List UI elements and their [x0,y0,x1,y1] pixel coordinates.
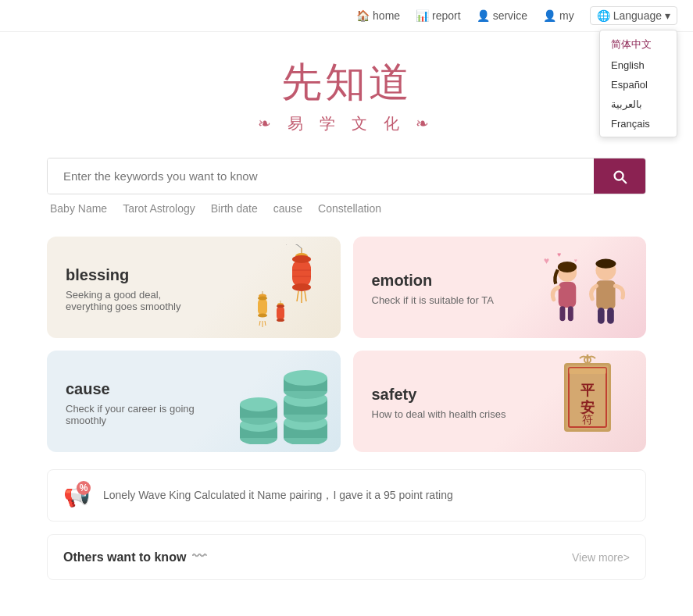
svg-rect-2 [292,259,311,287]
safety-svg: 平 安 符 [548,354,627,448]
lang-option-en[interactable]: English [600,55,677,75]
site-title: 先知道 [16,55,677,110]
lang-option-ar[interactable]: بالعربية [600,94,677,114]
svg-text:♥: ♥ [557,251,561,258]
svg-text:♥: ♥ [544,255,549,266]
card-emotion[interactable]: emotion Check if it is suitable for TA ♥… [353,237,647,338]
search-tag-baby-name[interactable]: Baby Name [50,202,107,215]
svg-text:安: 安 [580,399,595,415]
search-section: Baby Name Tarot Astrology Birth date cau… [0,142,693,223]
emotion-svg: ♥ ♥ ♥ [537,244,638,330]
card-emotion-illustration: ♥ ♥ ♥ [537,244,638,330]
language-dropdown: 简体中文 English Español بالعربية Français [599,30,677,137]
svg-point-27 [558,262,577,272]
search-tag-constellation[interactable]: Constellation [318,202,381,215]
nav-home-label: home [373,9,400,22]
blessing-svg [231,244,333,330]
globe-icon: 🌐 [597,9,610,22]
search-button[interactable] [594,158,645,194]
others-section: Others want to know 〰 View more> [47,534,646,580]
search-tag-birth-date[interactable]: Birth date [211,202,258,215]
svg-rect-28 [559,282,577,308]
card-cause-illustration [231,358,333,444]
card-safety-illustration: 平 安 符 [537,358,638,444]
svg-rect-59 [569,368,606,374]
card-safety[interactable]: safety How to deal with health crises 平 … [353,351,647,452]
svg-rect-12 [258,298,267,315]
card-cause-desc: Check if your career is going smoothly [66,403,206,426]
lang-option-zh[interactable]: 简体中文 [600,34,677,55]
language-label: Language [613,9,662,22]
home-icon: 🏠 [356,9,370,22]
card-blessing-desc: Seeking a good deal, everything goes smo… [66,289,206,312]
svg-line-17 [265,321,266,326]
svg-point-50 [240,397,277,411]
lang-option-fr[interactable]: Français [600,114,677,134]
card-safety-desc: How to deal with health crises [372,408,513,420]
card-emotion-desc: Check if it is suitable for TA [372,294,513,306]
nav-home[interactable]: 🏠 home [356,9,400,22]
svg-point-21 [277,304,284,308]
nav-bar: 🏠 home 📊 report 👤 service 👤 my 🌐 Languag… [0,0,693,32]
language-wrapper: 🌐 Language ▾ 简体中文 English Español بالعرب… [590,6,677,25]
svg-text:♥: ♥ [574,258,577,263]
nav-report[interactable]: 📊 report [416,9,461,22]
my-icon: 👤 [543,9,556,22]
svg-rect-20 [277,306,284,320]
card-cause[interactable]: cause Check if your career is going smoo… [47,351,341,452]
svg-point-32 [595,259,616,269]
search-icon [611,168,628,185]
others-title-text: Others want to know [63,550,186,564]
svg-point-22 [277,319,284,322]
lang-option-es[interactable]: Español [600,75,677,94]
svg-rect-35 [607,308,614,324]
svg-point-13 [258,297,267,301]
search-bar [47,158,646,194]
notification-badge: % [77,481,91,495]
nav-service-label: service [493,9,527,22]
search-input[interactable] [48,158,594,194]
service-icon: 👤 [477,9,490,22]
svg-rect-34 [598,308,605,324]
svg-line-9 [305,291,306,301]
svg-rect-29 [559,306,565,321]
svg-point-44 [284,370,327,386]
search-tag-cause[interactable]: cause [273,202,302,215]
cards-section: blessing Seeking a good deal, everything… [0,223,693,466]
svg-point-3 [292,255,311,263]
language-button[interactable]: 🌐 Language ▾ [590,6,677,25]
nav-my-label: my [559,9,574,22]
report-icon: 📊 [416,9,429,22]
svg-text:符: 符 [582,414,593,426]
svg-line-15 [259,321,260,326]
site-subtitle: ❧ 易 学 文 化 ❧ [16,113,677,134]
nav-report-label: report [432,9,461,22]
svg-line-7 [297,291,298,301]
search-tag-tarot[interactable]: Tarot Astrology [123,202,195,215]
nav-my[interactable]: 👤 my [543,9,574,22]
svg-point-4 [292,283,311,291]
view-more-button[interactable]: View more> [572,551,630,564]
nav-service[interactable]: 👤 service [477,9,527,22]
svg-rect-30 [568,306,573,321]
chevron-down-icon: ▾ [665,9,670,22]
svg-rect-33 [596,280,615,308]
cause-svg [231,358,333,444]
card-blessing[interactable]: blessing Seeking a good deal, everything… [47,237,341,338]
notification-text: Lonely Wave King Calculated it Name pair… [103,489,453,503]
notification-banner: 📢 % Lonely Wave King Calculated it Name … [47,469,646,522]
others-title: Others want to know 〰 [63,549,206,565]
card-blessing-illustration [231,244,333,330]
svg-point-14 [258,314,267,318]
svg-text:平: 平 [580,383,595,398]
wind-icon: 〰 [192,549,206,565]
site-header: 先知道 ❧ 易 学 文 化 ❧ [0,32,693,142]
search-tags: Baby Name Tarot Astrology Birth date cau… [47,194,646,215]
